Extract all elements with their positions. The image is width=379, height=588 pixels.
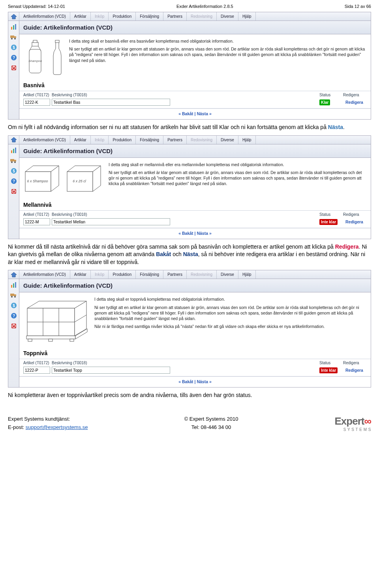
guide-info: I detta steg skall er basnivå eller era … bbox=[69, 38, 367, 76]
edit-link[interactable]: Redigera bbox=[343, 100, 363, 105]
svg-point-27 bbox=[14, 161, 16, 163]
menu-item-0[interactable]: Artikelinformation (VCD) bbox=[19, 12, 70, 21]
table-row: Inte klar Redigera bbox=[19, 217, 371, 228]
menu-item-4[interactable]: Försäljning bbox=[136, 136, 163, 144]
status-badge: Inte klar bbox=[319, 219, 338, 225]
power-icon[interactable] bbox=[10, 64, 17, 71]
menu-item-3[interactable]: Produktion bbox=[109, 270, 136, 279]
svg-rect-60 bbox=[28, 339, 32, 341]
chart-icon[interactable] bbox=[10, 281, 17, 288]
body-text-2: Ni kommer då till nästa artikelnivå där … bbox=[8, 243, 371, 266]
pager-next[interactable]: Nästa » bbox=[197, 379, 211, 384]
th-status: Status bbox=[319, 212, 343, 217]
svg-rect-17 bbox=[33, 40, 37, 43]
menu-item-6[interactable]: Redovisning bbox=[187, 136, 217, 144]
guide-title: Guide: Artikelinformation (VCD) bbox=[19, 144, 371, 158]
menu-item-3[interactable]: Produktion bbox=[109, 136, 136, 144]
home-icon[interactable] bbox=[8, 136, 19, 144]
th-status: Status bbox=[319, 93, 343, 97]
pager-back[interactable]: « Bakåt bbox=[178, 111, 193, 116]
th-edit: Redigera bbox=[343, 361, 367, 365]
menubar: Artikelinformation (VCD) Artiklar Inköp … bbox=[8, 12, 371, 21]
footer-mid-2: Tel: 08-446 34 00 bbox=[184, 423, 238, 432]
info-p1: I detta steg skall er toppnivå komplette… bbox=[94, 296, 367, 302]
th-article: Artikel (T0172) bbox=[23, 212, 52, 217]
header-left: Senast Uppdaterad: 14-12-01 bbox=[8, 4, 65, 9]
help-icon[interactable]: ? bbox=[10, 178, 17, 185]
menu-item-5[interactable]: Partners bbox=[163, 12, 187, 21]
truck-icon[interactable] bbox=[10, 34, 17, 41]
menu-item-8[interactable]: Hjälp bbox=[238, 270, 256, 279]
pager-next[interactable]: Nästa » bbox=[197, 111, 211, 116]
illustration-bottles: Shampoo bbox=[23, 38, 65, 76]
menubar: Artikelinformation (VCD) Artiklar Inköp … bbox=[8, 136, 371, 144]
help-icon[interactable]: ? bbox=[10, 54, 17, 61]
svg-rect-24 bbox=[10, 159, 14, 161]
desc-field[interactable] bbox=[52, 218, 170, 225]
menu-item-6[interactable]: Redovisning bbox=[187, 12, 217, 21]
app-panel-basniva: Artikelinformation (VCD) Artiklar Inköp … bbox=[8, 12, 371, 120]
body-text-3: Ni kompletterar även er toppnivåartikel … bbox=[8, 391, 371, 399]
app-panel-mellanniva: Artikelinformation (VCD) Artiklar Inköp … bbox=[8, 135, 371, 239]
table-header: Artikel (T0172) Beskrivning (T0018) Stat… bbox=[19, 91, 371, 98]
menu-item-5[interactable]: Partners bbox=[163, 270, 187, 279]
menu-item-6[interactable]: Redovisning bbox=[187, 270, 217, 279]
dollar-icon[interactable]: $ bbox=[10, 302, 17, 309]
footer-mid-1: © Expert Systems 2010 bbox=[184, 415, 238, 423]
menu-item-2[interactable]: Inköp bbox=[91, 136, 109, 144]
article-field[interactable] bbox=[23, 99, 50, 106]
help-icon[interactable]: ? bbox=[10, 312, 17, 319]
pager-back[interactable]: « Bakåt bbox=[178, 231, 193, 236]
sidebar: $ ? bbox=[8, 144, 19, 239]
home-icon[interactable] bbox=[8, 12, 19, 21]
truck-icon[interactable] bbox=[10, 292, 17, 299]
pager-next[interactable]: Nästa » bbox=[197, 231, 211, 236]
pager: « Bakåt | Nästa » bbox=[19, 109, 371, 119]
chart-icon[interactable] bbox=[10, 147, 17, 154]
menu-item-1[interactable]: Artiklar bbox=[70, 270, 91, 279]
info-p1: I detta steg skall er basnivå eller era … bbox=[69, 38, 367, 44]
support-email-link[interactable]: support@expertsystems.se bbox=[26, 424, 88, 430]
menu-item-7[interactable]: Diverse bbox=[217, 12, 238, 21]
menubar: Artikelinformation (VCD) Artiklar Inköp … bbox=[8, 270, 371, 279]
svg-rect-3 bbox=[15, 24, 16, 30]
power-icon[interactable] bbox=[10, 322, 17, 330]
menu-item-0[interactable]: Artikelinformation (VCD) bbox=[19, 270, 70, 279]
menu-item-5[interactable]: Partners bbox=[163, 136, 187, 144]
home-icon[interactable] bbox=[8, 270, 19, 279]
menu-item-1[interactable]: Artiklar bbox=[70, 136, 91, 144]
guide-info: I detta steg skall er toppnivå komplette… bbox=[94, 296, 367, 344]
article-field[interactable] bbox=[23, 218, 50, 225]
menu-item-4[interactable]: Försäljning bbox=[136, 270, 163, 279]
table-row: Inte klar Redigera bbox=[19, 366, 371, 376]
svg-point-6 bbox=[11, 38, 13, 39]
menu-item-1[interactable]: Artiklar bbox=[70, 12, 91, 21]
svg-text:$: $ bbox=[13, 303, 15, 308]
info-p1: I detta steg skall er mellannivå eller e… bbox=[109, 162, 367, 167]
menu-item-4[interactable]: Försäljning bbox=[136, 12, 163, 21]
dollar-icon[interactable]: $ bbox=[10, 44, 17, 51]
menu-item-2[interactable]: Inköp bbox=[91, 12, 109, 21]
truck-icon[interactable] bbox=[10, 157, 17, 164]
menu-item-2[interactable]: Inköp bbox=[91, 270, 109, 279]
edit-link[interactable]: Redigera bbox=[343, 368, 363, 373]
menu-item-7[interactable]: Diverse bbox=[217, 270, 238, 279]
menu-item-7[interactable]: Diverse bbox=[217, 136, 238, 144]
th-status: Status bbox=[319, 361, 343, 365]
menu-item-0[interactable]: Artikelinformation (VCD) bbox=[19, 136, 70, 144]
menu-item-8[interactable]: Hjälp bbox=[238, 136, 256, 144]
brand-logo: Expert∞ S Y S T E M S bbox=[335, 415, 371, 432]
chart-icon[interactable] bbox=[10, 23, 17, 30]
menu-item-8[interactable]: Hjälp bbox=[238, 12, 256, 21]
menu-item-3[interactable]: Produktion bbox=[109, 12, 136, 21]
power-icon[interactable] bbox=[10, 188, 17, 195]
svg-rect-5 bbox=[14, 36, 16, 38]
pager: « Bakåt | Nästa » bbox=[19, 376, 371, 387]
desc-field[interactable] bbox=[52, 367, 170, 374]
article-field[interactable] bbox=[23, 367, 50, 374]
desc-field[interactable] bbox=[52, 99, 170, 106]
header-right: Sida 12 av 66 bbox=[345, 4, 371, 9]
pager-back[interactable]: « Bakåt bbox=[178, 379, 193, 384]
edit-link[interactable]: Redigera bbox=[343, 219, 363, 224]
dollar-icon[interactable]: $ bbox=[10, 167, 17, 174]
